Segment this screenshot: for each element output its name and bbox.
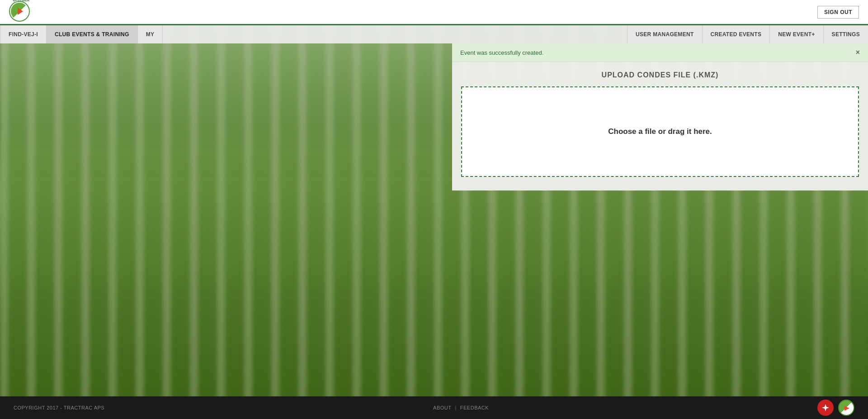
header: O-Track SIGN OUT (0, 0, 868, 25)
footer: COPYRIGHT 2017 - TRACTRAC APS ABOUT | FE… (0, 396, 868, 419)
logo-circle (9, 1, 30, 22)
footer-links: ABOUT | FEEDBACK (433, 405, 489, 410)
nav-item-new-event[interactable]: NEW EVENT+ (769, 25, 823, 43)
upload-title: UPLOAD CONDES FILE (.KMZ) (461, 71, 859, 79)
notification-close-button[interactable]: × (856, 49, 860, 56)
nav-item-find-vej[interactable]: FIND-VEJ-I (0, 25, 47, 43)
success-notification: Event was successfully created. × (452, 43, 868, 62)
sign-out-button[interactable]: SIGN OUT (817, 6, 859, 19)
logo-container: O-Track (9, 1, 32, 24)
nav-right: USER MANAGEMENT CREATED EVENTS NEW EVENT… (627, 25, 868, 43)
nav-item-created-events[interactable]: CREATED EVENTS (702, 25, 770, 43)
nav-item-settings[interactable]: SETTINGS (823, 25, 868, 43)
otrack-footer-icon (838, 400, 854, 416)
logo-inner (11, 3, 28, 20)
main-panel: Event was successfully created. × UPLOAD… (452, 43, 868, 190)
file-drop-zone[interactable]: Choose a file or drag it here. (461, 86, 859, 177)
logo: O-Track (9, 1, 32, 24)
nav-item-user-management[interactable]: USER MANAGEMENT (627, 25, 703, 43)
footer-icons (817, 400, 854, 416)
drop-zone-text: Choose a file or drag it here. (608, 127, 712, 136)
logo-text: O-Track (13, 0, 30, 2)
nav-left: FIND-VEJ-I CLUB EVENTS & TRAINING MY (0, 25, 162, 43)
footer-separator: | (455, 405, 456, 410)
footer-about-link[interactable]: ABOUT (433, 405, 451, 410)
logo-play-icon (18, 8, 23, 15)
footer-copyright: COPYRIGHT 2017 - TRACTRAC APS (14, 405, 104, 410)
upload-section: UPLOAD CONDES FILE (.KMZ) Choose a file … (452, 62, 868, 190)
notification-message: Event was successfully created. (460, 49, 543, 56)
nav-item-club-events[interactable]: CLUB EVENTS & TRAINING (46, 25, 138, 43)
footer-feedback-link[interactable]: FEEDBACK (460, 405, 489, 410)
navigation: FIND-VEJ-I CLUB EVENTS & TRAINING MY USE… (0, 25, 868, 43)
orienteering-icon (817, 400, 834, 416)
nav-item-my[interactable]: MY (137, 25, 163, 43)
